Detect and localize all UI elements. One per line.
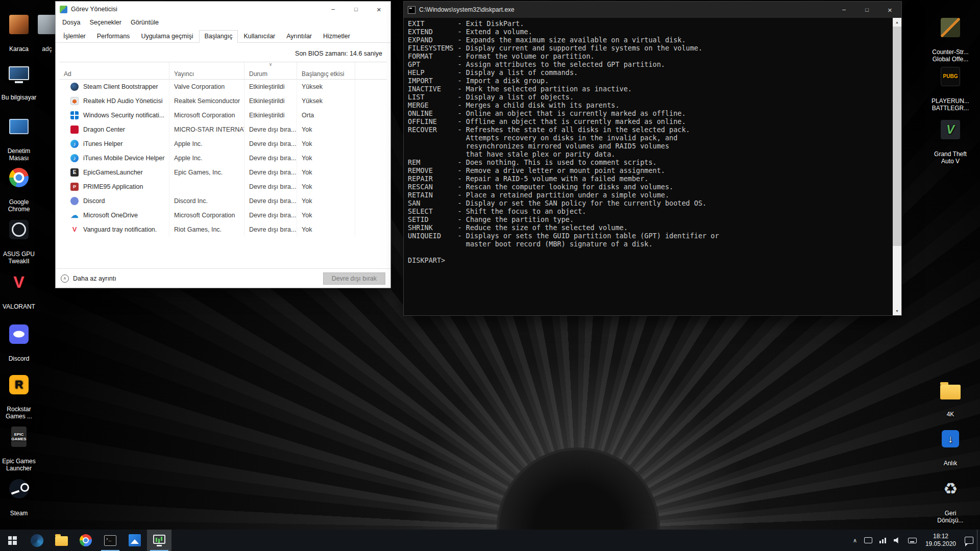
fewer-details-toggle[interactable]: ∧ xyxy=(61,274,69,283)
photos-app-icon xyxy=(129,534,141,546)
table-row[interactable]: Realtek HD Audio Yöneticisi Realtek Semi… xyxy=(59,94,387,108)
task-manager-icon xyxy=(153,535,165,544)
tray-volume-button[interactable] xyxy=(890,530,904,551)
table-row[interactable]: PPRIME95 Application Devre dışı bıra... … xyxy=(59,180,387,194)
tab-performans[interactable]: Performans xyxy=(91,30,136,43)
close-button[interactable]: × xyxy=(878,2,901,18)
taskbar-chrome-button[interactable] xyxy=(74,530,98,551)
table-row[interactable]: ☁Microsoft OneDrive Microsoft Corporatio… xyxy=(59,208,387,222)
console-scrollbar[interactable]: ▲ ▼ xyxy=(893,18,901,315)
speaker-icon xyxy=(894,537,901,544)
desktop-icon-pubg[interactable]: PUBG PLAYERUN... BATTLEGR... xyxy=(926,57,975,119)
table-row[interactable]: Windows Security notificati... Microsoft… xyxy=(59,108,387,122)
scroll-up-arrow[interactable]: ▲ xyxy=(893,18,901,27)
bios-time-value: 14.6 saniye xyxy=(350,50,382,57)
file-explorer-icon xyxy=(55,536,68,546)
desktop-icon-recycle-bin[interactable]: ♻ Geri Dönüşü... xyxy=(926,469,975,531)
close-icon: × xyxy=(888,6,892,14)
column-header-publisher[interactable]: Yayıncı xyxy=(169,62,244,79)
start-button[interactable] xyxy=(0,530,24,551)
discord-icon xyxy=(70,197,79,205)
desktop-icon-4k-folder[interactable]: 4K xyxy=(926,370,975,425)
show-desktop-button[interactable] xyxy=(977,530,980,551)
tab-hizmetler[interactable]: Hizmetler xyxy=(317,30,356,43)
tab-uygulama-gecmisi[interactable]: Uygulama geçmişi xyxy=(135,30,199,43)
column-header-impact[interactable]: Başlangıç etkisi xyxy=(297,62,355,79)
tray-tablet-button[interactable] xyxy=(861,530,876,551)
gtav-icon: V xyxy=(941,120,960,139)
desktop-icon-anlik[interactable]: ↓ Anlık xyxy=(926,419,975,474)
tray-chevron-button[interactable]: ∧ xyxy=(849,530,861,551)
menu-item-secenekler[interactable]: Seçenekler xyxy=(85,17,126,28)
desktop-icon-label: 4K xyxy=(926,411,975,418)
desktop-icon-karaca[interactable]: Karaca xyxy=(0,5,41,60)
tab-kullanicilar[interactable]: Kullanıcılar xyxy=(238,30,281,43)
desktop-icon-steam[interactable]: Steam xyxy=(0,469,41,524)
dragon-center-icon xyxy=(70,126,79,134)
maximize-button[interactable]: □ xyxy=(345,2,368,17)
table-row[interactable]: Steam Client Bootstrapper Valve Corporat… xyxy=(59,80,387,94)
desktop-icon-gtav[interactable]: V Grand Theft Auto V xyxy=(926,110,975,172)
taskbar-photos-button[interactable] xyxy=(122,530,147,551)
taskbar-command-prompt-button[interactable] xyxy=(98,530,122,551)
fewer-details-label[interactable]: Daha az ayrıntı xyxy=(73,275,116,282)
minimize-button[interactable]: – xyxy=(832,2,855,18)
last-bios-time: Son BIOS zamanı: 14.6 saniye xyxy=(56,43,390,62)
taskbar-task-manager-button[interactable] xyxy=(147,530,172,551)
table-row[interactable]: EEpicGamesLauncher Epic Games, Inc. Devr… xyxy=(59,165,387,180)
taskbar-browser-button[interactable] xyxy=(24,530,49,551)
minimize-icon: – xyxy=(331,6,335,13)
tab-baslangic[interactable]: Başlangıç xyxy=(199,30,238,43)
system-tray: ∧ 18:12 19.05.2020 xyxy=(849,530,980,551)
table-row[interactable]: ♪iTunes Mobile Device Helper Apple Inc. … xyxy=(59,151,387,165)
tray-keyboard-button[interactable] xyxy=(904,530,920,551)
minimize-icon: – xyxy=(842,6,846,13)
desktop-icon-label: Discord xyxy=(0,355,41,362)
desktop-icon-label: Bu bilgisayar xyxy=(0,94,41,101)
table-row[interactable]: VVanguard tray notification. Riot Games,… xyxy=(59,222,387,237)
touch-keyboard-icon xyxy=(908,538,917,543)
console-output-area[interactable]: EXIT - Exit DiskPart. EXTEND - Extend a … xyxy=(404,18,901,315)
command-prompt-icon xyxy=(104,535,116,546)
bios-time-label: Son BIOS zamanı: xyxy=(295,50,348,57)
startup-table: Ad Yayıncı ∨ Durum Başlangıç etkisi Stea… xyxy=(59,62,387,268)
close-button[interactable]: × xyxy=(368,2,390,17)
taskbar: ∧ 18:12 19.05.2020 xyxy=(0,530,980,551)
menu-bar: Dosya Seçenekler Görüntüle xyxy=(56,17,390,28)
table-row[interactable]: Dragon Center MICRO-STAR INTERNATI... De… xyxy=(59,122,387,137)
tab-ayrintilar[interactable]: Ayrıntılar xyxy=(281,30,317,43)
desktop-icon-this-pc[interactable]: Bu bilgisayar xyxy=(0,54,41,108)
chrome-icon xyxy=(80,534,92,546)
browser-icon xyxy=(31,534,43,547)
task-manager-footer: ∧ Daha az ayrıntı Devre dışı bırak xyxy=(56,268,390,288)
close-icon: × xyxy=(377,5,381,14)
taskbar-clock[interactable]: 18:12 19.05.2020 xyxy=(920,533,961,548)
taskbar-file-explorer-button[interactable] xyxy=(49,530,74,551)
pubg-icon: PUBG xyxy=(941,67,960,86)
menu-item-goruntule[interactable]: Görüntüle xyxy=(126,17,163,28)
desktop-icon-valorant[interactable]: V VALORANT xyxy=(0,263,41,317)
console-text[interactable]: EXIT - Exit DiskPart. EXTEND - Extend a … xyxy=(408,19,889,315)
maximize-button[interactable]: □ xyxy=(855,2,878,18)
task-manager-titlebar[interactable]: Görev Yöneticisi – □ × xyxy=(56,2,390,17)
tab-bar: İşlemler Performans Uygulama geçmişi Baş… xyxy=(56,28,390,43)
table-row[interactable]: Discord Discord Inc. Devre dışı bıra... … xyxy=(59,194,387,208)
tablet-mode-icon xyxy=(864,537,872,543)
scrollbar-thumb[interactable] xyxy=(893,27,901,246)
desktop-icon-label: Karaca xyxy=(0,45,41,53)
disable-button[interactable]: Devre dışı bırak xyxy=(323,272,385,285)
column-header-status[interactable]: ∨ Durum xyxy=(244,62,297,79)
column-header-name[interactable]: Ad xyxy=(59,62,169,79)
action-center-button[interactable] xyxy=(961,530,977,551)
desktop-icon-discord[interactable]: Discord xyxy=(0,315,41,369)
menu-item-dosya[interactable]: Dosya xyxy=(58,17,85,28)
steam-icon xyxy=(70,83,79,91)
table-row[interactable]: ♪iTunes Helper Apple Inc. Devre dışı bır… xyxy=(59,137,387,151)
tray-network-button[interactable] xyxy=(876,530,890,551)
console-titlebar[interactable]: C:\Windows\system32\diskpart.exe – □ × xyxy=(404,2,901,18)
windows-security-icon xyxy=(70,111,79,119)
minimize-button[interactable]: – xyxy=(322,2,345,17)
itunes-icon: ♪ xyxy=(70,140,79,148)
scroll-down-arrow[interactable]: ▼ xyxy=(893,307,901,315)
tab-islemler[interactable]: İşlemler xyxy=(58,30,91,43)
